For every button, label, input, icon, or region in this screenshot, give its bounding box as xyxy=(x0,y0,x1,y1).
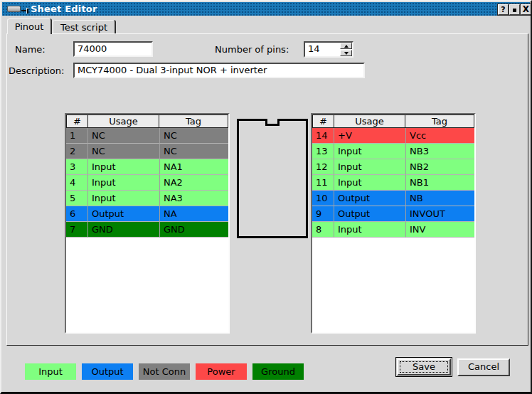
legend-input: Input xyxy=(25,363,76,380)
pin-row[interactable]: 3InputNA1 xyxy=(66,159,228,175)
pin-tag-cell[interactable]: NC xyxy=(160,128,228,144)
left-pin-table-header: #UsageTag xyxy=(66,115,228,128)
window-title: Sheet Editor xyxy=(31,4,97,14)
spin-down-button[interactable] xyxy=(340,50,352,56)
save-button-default-ring: Save xyxy=(395,357,452,377)
right-pin-table: #UsageTag 14+VVcc13InputNB312InputNB211I… xyxy=(311,113,476,334)
pin-usage-cell[interactable]: Output xyxy=(88,206,160,222)
pin-usage-cell[interactable]: NC xyxy=(88,144,160,159)
description-label: Description: xyxy=(9,65,64,76)
pin-row[interactable]: 7GNDGND xyxy=(66,222,228,238)
column-header: Usage xyxy=(87,115,159,127)
column-header: Tag xyxy=(159,115,228,127)
pin-number-cell[interactable]: 11 xyxy=(312,175,334,191)
pin-number-cell[interactable]: 5 xyxy=(66,191,88,206)
number-of-pins-stepper[interactable]: 14 xyxy=(304,41,353,58)
column-header: # xyxy=(66,115,88,127)
pin-row[interactable]: 14+VVcc xyxy=(312,128,474,144)
save-button[interactable]: Save xyxy=(397,358,451,376)
pin-tag-cell[interactable]: INVOUT xyxy=(406,206,474,222)
pin-tag-cell[interactable]: NA3 xyxy=(160,191,228,206)
pinout-page: Name: 74000 Number of pins: 14 Descripti… xyxy=(6,33,528,346)
pin-usage-cell[interactable]: Input xyxy=(334,175,406,191)
spin-up-button[interactable] xyxy=(340,43,352,49)
pin-tag-cell[interactable]: NC xyxy=(160,144,228,159)
pin-tag-cell[interactable]: NA2 xyxy=(160,175,228,191)
pin-row[interactable]: 6OutputNA xyxy=(66,206,228,222)
right-pin-table-header: #UsageTag xyxy=(312,115,474,128)
legend-ground: Ground xyxy=(252,363,304,380)
pin-number-cell[interactable]: 9 xyxy=(312,206,334,222)
pin-number-cell[interactable]: 6 xyxy=(66,206,88,222)
pin-row[interactable]: 5InputNA3 xyxy=(66,191,228,206)
pin-usage-cell[interactable]: GND xyxy=(88,222,160,238)
pin-tag-cell[interactable]: Vcc xyxy=(406,128,474,144)
pin-usage-cell[interactable]: Input xyxy=(88,175,160,191)
legend-output: Output xyxy=(82,363,133,380)
pin-number-cell[interactable]: 10 xyxy=(312,191,334,206)
pin-usage-cell[interactable]: Input xyxy=(88,191,160,206)
pin-icon xyxy=(21,8,30,14)
shade-button[interactable] xyxy=(509,4,520,15)
pin-tag-cell[interactable]: GND xyxy=(160,222,228,238)
pin-row[interactable]: 12InputNB2 xyxy=(312,159,474,175)
pin-number-cell[interactable]: 3 xyxy=(66,159,88,175)
pin-usage-cell[interactable]: Input xyxy=(334,159,406,175)
column-header: # xyxy=(312,115,334,127)
column-header: Tag xyxy=(405,115,474,127)
tab-pinout[interactable]: Pinout xyxy=(7,18,51,34)
pin-usage-cell[interactable]: Input xyxy=(88,159,160,175)
pin-number-cell[interactable]: 7 xyxy=(66,222,88,238)
name-label: Name: xyxy=(15,44,46,55)
tab-test-script[interactable]: Test script xyxy=(53,20,115,34)
pin-tag-cell[interactable]: NA xyxy=(160,206,228,222)
pin-tag-cell[interactable]: NA1 xyxy=(160,159,228,175)
chip-outline xyxy=(237,119,308,238)
description-input[interactable]: MCY74000 - Dual 3-input NOR + inverter xyxy=(73,63,365,78)
pin-tag-cell[interactable]: NB3 xyxy=(406,144,474,159)
pin-usage-cell[interactable]: NC xyxy=(88,128,160,144)
pin-tag-cell[interactable]: INV xyxy=(406,222,474,238)
app-icon xyxy=(7,6,21,12)
column-header: Usage xyxy=(334,115,405,127)
legend-notconn: Not Conn xyxy=(139,363,190,380)
pin-usage-cell[interactable]: +V xyxy=(334,128,406,144)
sheet-editor-window: Sheet Editor ? X Pinout Test script Name… xyxy=(0,0,532,394)
left-pin-table: #UsageTag 1NCNC2NCNC3InputNA14InputNA25I… xyxy=(65,113,230,334)
cancel-button[interactable]: Cancel xyxy=(457,358,510,376)
help-button[interactable]: ? xyxy=(498,4,509,15)
pin-usage-cell[interactable]: Input xyxy=(334,144,406,159)
number-of-pins-value: 14 xyxy=(308,43,320,54)
pin-usage-cell[interactable]: Input xyxy=(334,222,406,238)
pin-number-cell[interactable]: 1 xyxy=(66,128,88,144)
pin-row[interactable]: 10OutputNB xyxy=(312,191,474,206)
pin-row[interactable]: 4InputNA2 xyxy=(66,175,228,191)
right-pin-table-body: 14+VVcc13InputNB312InputNB211InputNB110O… xyxy=(312,128,474,238)
pin-usage-cell[interactable]: Output xyxy=(334,191,406,206)
pin-number-cell[interactable]: 13 xyxy=(312,144,334,159)
pin-tag-cell[interactable]: NB1 xyxy=(406,175,474,191)
pin-number-cell[interactable]: 4 xyxy=(66,175,88,191)
close-button[interactable]: X xyxy=(521,4,531,15)
name-input[interactable]: 74000 xyxy=(73,41,153,57)
pin-row[interactable]: 9OutputINVOUT xyxy=(312,206,474,222)
pin-number-cell[interactable]: 14 xyxy=(312,128,334,144)
number-of-pins-label: Number of pins: xyxy=(215,44,289,55)
pin-row[interactable]: 11InputNB1 xyxy=(312,175,474,191)
pin-number-cell[interactable]: 2 xyxy=(66,144,88,159)
pin-tag-cell[interactable]: NB2 xyxy=(406,159,474,175)
pin-row[interactable]: 2NCNC xyxy=(66,144,228,159)
pin-row[interactable]: 1NCNC xyxy=(66,128,228,144)
left-pin-table-body: 1NCNC2NCNC3InputNA14InputNA25InputNA36Ou… xyxy=(66,128,228,238)
titlebar[interactable]: Sheet Editor ? X xyxy=(2,2,530,16)
pin-number-cell[interactable]: 8 xyxy=(312,222,334,238)
pin-row[interactable]: 13InputNB3 xyxy=(312,144,474,159)
pin-tag-cell[interactable]: NB xyxy=(406,191,474,206)
pin-number-cell[interactable]: 12 xyxy=(312,159,334,175)
pin-row[interactable]: 8InputINV xyxy=(312,222,474,238)
legend-power: Power xyxy=(196,363,247,380)
bottom-bar: InputOutputNot ConnPowerGround Save Canc… xyxy=(1,346,532,393)
chip-notch-icon xyxy=(265,119,280,126)
shade-icon xyxy=(513,9,516,12)
pin-usage-cell[interactable]: Output xyxy=(334,206,406,222)
